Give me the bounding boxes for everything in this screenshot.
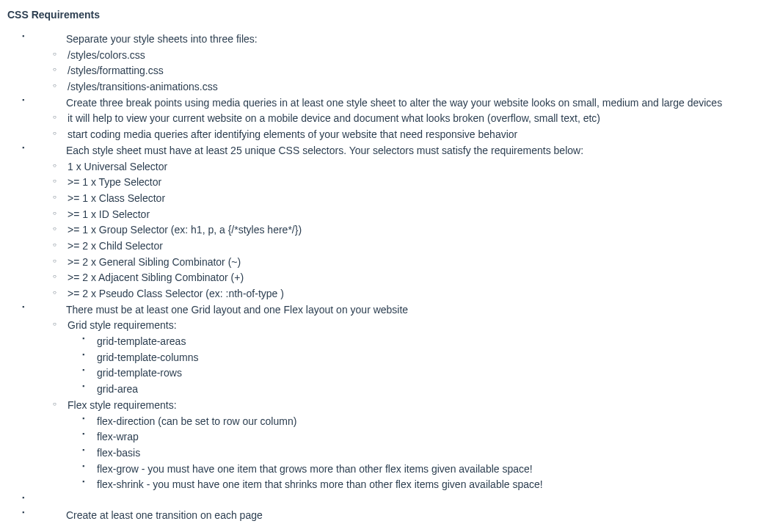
list-item: 1 x Universal Selector [53, 159, 751, 175]
list-item: >= 1 x Class Selector [53, 191, 751, 207]
list-item: Grid style requirements: grid-template-a… [53, 318, 751, 397]
sublist: Grid style requirements: grid-template-a… [53, 318, 751, 493]
list-item-text: /styles/transitions-animations.css [68, 81, 218, 92]
list-item: flex-grow - you must have one item that … [82, 462, 751, 478]
sublist: flex-direction (can be set to row our co… [68, 414, 751, 493]
list-item: Flex style requirements: flex-direction … [53, 398, 751, 493]
list-item-text: flex-basis [97, 447, 140, 459]
list-item: grid-area [82, 382, 751, 398]
section-heading: CSS Requirements [7, 7, 751, 23]
requirements-list: Separate your style sheets into three fi… [7, 32, 751, 524]
sublist: it will help to view your current websit… [53, 111, 751, 142]
list-item-text: >= 1 x Type Selector [68, 176, 161, 188]
list-item-text: >= 1 x ID Selector [68, 208, 150, 220]
list-item-text: grid-template-areas [97, 335, 186, 347]
sublist: 1 x Universal Selector >= 1 x Type Selec… [53, 159, 751, 302]
list-item: flex-basis [82, 445, 751, 462]
list-item: /styles/colors.css [53, 48, 751, 64]
list-item: start coding media queries after identif… [53, 127, 751, 143]
list-item: flex-direction (can be set to row our co… [82, 414, 751, 430]
list-item: flex-shrink - you must have one item tha… [82, 477, 751, 493]
list-item: it will help to view your current websit… [53, 111, 751, 127]
list-item-text: Separate your style sheets into three fi… [66, 33, 258, 45]
list-item-text: >= 2 x General Sibling Combinator (~) [68, 256, 241, 268]
list-item: >= 2 x Child Selector [53, 238, 751, 255]
list-item-text: grid-template-columns [97, 351, 199, 363]
list-item-text: There must be at least one Grid layout a… [66, 304, 408, 316]
list-item-text: flex-wrap [97, 431, 139, 442]
list-item-text: 1 x Universal Selector [68, 161, 167, 172]
list-item-text: flex-direction (can be set to row our co… [97, 415, 296, 427]
list-item-text: /styles/formatting.css [68, 65, 164, 76]
list-item-text: /styles/colors.css [68, 49, 145, 61]
list-item: Each style sheet must have at least 25 u… [22, 143, 751, 302]
list-item: /styles/transitions-animations.css [53, 79, 751, 95]
sublist: grid-template-areas grid-template-column… [68, 334, 751, 398]
list-item: flex-wrap [82, 429, 751, 445]
list-item: There must be at least one Grid layout a… [22, 302, 751, 493]
list-item: grid-template-areas [82, 334, 751, 350]
list-item: >= 2 x Adjacent Sibling Combinator (+) [53, 270, 751, 286]
sublist: /styles/colors.css /styles/formatting.cs… [53, 48, 751, 95]
list-item: /styles/formatting.css [53, 63, 751, 79]
list-item-text: Create three break points using media qu… [66, 97, 722, 109]
list-item-text: >= 1 x Class Selector [68, 192, 165, 204]
list-item: Separate your style sheets into three fi… [22, 32, 751, 95]
list-item-text: start coding media queries after identif… [68, 128, 517, 140]
list-item: grid-template-columns [82, 350, 751, 366]
list-item-text: flex-grow - you must have one item that … [97, 463, 533, 475]
list-item: >= 2 x Pseudo Class Selector (ex: :nth-o… [53, 286, 751, 302]
list-item: >= 2 x General Sibling Combinator (~) [53, 255, 751, 271]
list-item-text: Create at least one transition on each p… [66, 509, 263, 521]
list-item: >= 1 x Type Selector [53, 175, 751, 191]
list-item: >= 1 x ID Selector [53, 207, 751, 223]
list-item-text: >= 2 x Pseudo Class Selector (ex: :nth-o… [68, 288, 284, 299]
list-item-text: grid-area [97, 383, 138, 395]
list-item-text: >= 1 x Group Selector (ex: h1, p, a {/*s… [68, 224, 302, 236]
list-item: grid-template-rows [82, 365, 751, 382]
list-item: >= 1 x Group Selector (ex: h1, p, a {/*s… [53, 222, 751, 238]
list-item-text: flex-shrink - you must have one item tha… [97, 478, 543, 490]
list-item-text: it will help to view your current websit… [68, 112, 600, 124]
list-item-text: grid-template-rows [97, 367, 182, 379]
list-item-empty [22, 493, 751, 508]
list-item-text: Grid style requirements: [68, 319, 177, 331]
list-item: Create at least one transition on each p… [22, 508, 751, 524]
list-item-text: Flex style requirements: [68, 399, 177, 411]
list-item: Create three break points using media qu… [22, 95, 751, 143]
list-item-text: Each style sheet must have at least 25 u… [66, 145, 583, 156]
list-item-text: >= 2 x Adjacent Sibling Combinator (+) [68, 272, 244, 283]
list-item-text: >= 2 x Child Selector [68, 240, 163, 252]
